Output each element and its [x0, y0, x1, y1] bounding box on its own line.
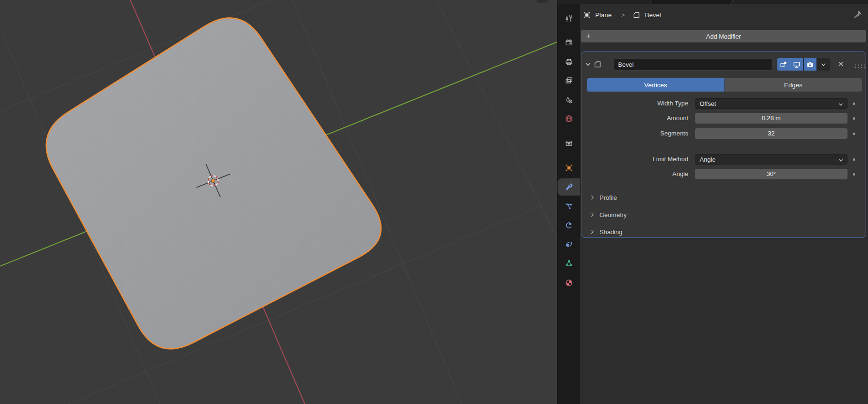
output-icon: [565, 58, 573, 66]
render-icon: [565, 38, 573, 47]
pin-icon[interactable]: [852, 9, 863, 22]
amount-label: Amount: [581, 113, 688, 124]
tab-material[interactable]: [558, 274, 580, 291]
editor-header-remnant: [557, 0, 868, 4]
properties-tab-bar: [557, 0, 580, 404]
tab-edges[interactable]: Edges: [725, 78, 862, 92]
tab-constraints[interactable]: [558, 236, 580, 253]
object-breadcrumb-icon: [583, 11, 591, 19]
limit-method-row: Limit Method Angle: [581, 154, 867, 165]
angle-row: Angle 30°: [581, 168, 867, 180]
segments-row: Segments 32: [581, 128, 867, 139]
tab-collection[interactable]: [558, 135, 580, 152]
tab-modifiers[interactable]: [558, 178, 580, 196]
angle-label: Angle: [581, 168, 688, 180]
bevel-modifier-icon: [593, 60, 602, 71]
tab-scene[interactable]: [558, 92, 580, 109]
object-origin-dot: [211, 179, 215, 182]
properties-panel: Plane > Bevel + Add Modifier: [580, 0, 868, 404]
tab-view-layer[interactable]: [558, 72, 580, 89]
limit-method-dropdown[interactable]: Angle: [695, 154, 847, 165]
width-type-dropdown[interactable]: Offset: [695, 98, 847, 109]
width-type-value: Offset: [700, 100, 716, 107]
drag-grip-icon[interactable]: [855, 62, 865, 71]
blender-window: Plane > Bevel + Add Modifier: [0, 0, 868, 404]
extras-chevron-icon[interactable]: [817, 58, 830, 71]
affect-tabs: Vertices Edges: [587, 78, 862, 92]
section-geometry[interactable]: Geometry: [581, 208, 867, 221]
bevel-modifier-breadcrumb-icon: [632, 11, 641, 19]
section-profile[interactable]: Profile: [581, 191, 867, 204]
chevron-right-icon: [589, 195, 595, 200]
object-icon: [565, 164, 573, 172]
segments-label: Segments: [581, 128, 688, 139]
section-shading[interactable]: Shading: [581, 225, 867, 238]
amount-slider[interactable]: 0.28 m: [695, 113, 847, 124]
particles-icon: [565, 202, 573, 210]
tab-world[interactable]: [558, 110, 580, 127]
plane-object[interactable]: [0, 0, 557, 404]
close-icon[interactable]: [837, 60, 845, 70]
tab-object-data[interactable]: [558, 255, 580, 272]
collapse-chevron-icon[interactable]: [584, 61, 592, 70]
chevron-down-icon: [837, 156, 844, 167]
chevron-right-icon: [589, 229, 595, 235]
editor-type-button-remnant: [537, 0, 548, 3]
chevron-right-icon: [589, 212, 595, 218]
breadcrumb-separator: >: [621, 11, 625, 19]
tab-particles[interactable]: [558, 197, 580, 215]
tab-tool[interactable]: [558, 10, 580, 27]
cursor-3d: [194, 162, 232, 200]
animate-decorator[interactable]: [853, 133, 855, 135]
physics-icon: [565, 221, 573, 229]
modifiers-wrench-icon: [565, 183, 573, 191]
section-profile-label: Profile: [599, 194, 617, 201]
animate-decorator[interactable]: [853, 117, 855, 120]
animate-decorator[interactable]: [853, 173, 855, 176]
segments-slider[interactable]: 32: [695, 128, 847, 139]
world-icon: [565, 114, 573, 123]
modifier-display-toggles: [777, 58, 830, 71]
constraints-icon: [565, 240, 573, 249]
scene-icon: [565, 96, 573, 104]
object-data-icon: [565, 259, 573, 268]
viewport-display-toggle-icon[interactable]: [790, 58, 803, 71]
material-icon: [565, 279, 573, 287]
tab-physics[interactable]: [558, 217, 580, 234]
search-box-remnant: [650, 0, 733, 4]
width-type-row: Width Type Offset: [581, 98, 867, 109]
view-layer-icon: [565, 76, 573, 85]
modifier-name-input[interactable]: [614, 58, 772, 71]
animate-decorator[interactable]: [853, 103, 855, 105]
section-shading-label: Shading: [599, 228, 622, 236]
tool-icon: [565, 14, 573, 22]
breadcrumb-modifier-name: Bevel: [645, 11, 661, 19]
section-geometry-label: Geometry: [599, 211, 627, 218]
modifier-header: [581, 58, 867, 71]
edit-mode-toggle-icon[interactable]: [777, 58, 790, 71]
add-modifier-button[interactable]: + Add Modifier: [581, 30, 866, 42]
viewport-3d[interactable]: [0, 0, 557, 404]
tab-output[interactable]: [558, 53, 580, 71]
angle-slider[interactable]: 30°: [695, 169, 847, 179]
bevel-modifier-panel: Vertices Edges Width Type Offset Amount …: [581, 52, 866, 238]
width-type-label: Width Type: [581, 98, 688, 109]
add-modifier-label: Add Modifier: [706, 33, 741, 40]
limit-method-label: Limit Method: [581, 154, 688, 165]
plus-icon: +: [587, 31, 591, 40]
limit-method-value: Angle: [700, 156, 715, 163]
tab-object[interactable]: [558, 159, 580, 176]
breadcrumb-object-name: Plane: [595, 11, 612, 19]
collection-icon: [565, 139, 573, 147]
amount-row: Amount 0.28 m: [581, 113, 867, 124]
chevron-down-icon: [837, 101, 844, 111]
tab-vertices[interactable]: Vertices: [587, 78, 724, 92]
render-display-toggle-icon[interactable]: [804, 58, 816, 71]
animate-decorator[interactable]: [853, 158, 855, 161]
breadcrumb: Plane > Bevel: [580, 4, 868, 25]
tab-render[interactable]: [558, 34, 580, 51]
